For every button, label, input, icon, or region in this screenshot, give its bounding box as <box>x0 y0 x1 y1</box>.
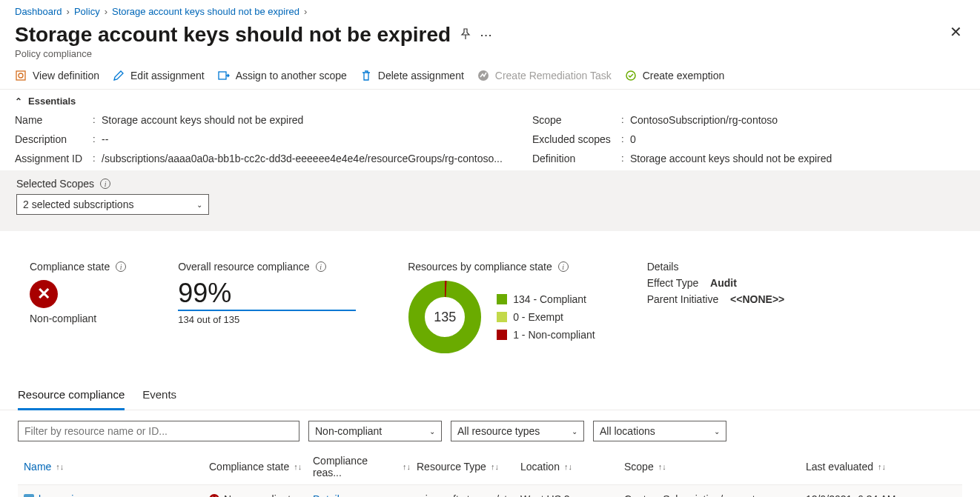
exemption-icon <box>625 70 637 81</box>
filter-search-input[interactable] <box>18 421 299 441</box>
row-last: 12/9/2021, 6:34 AM <box>800 493 926 498</box>
details-title: Details <box>647 261 785 273</box>
donut-center-value: 135 <box>408 280 482 354</box>
compliance-state-title: Compliance state <box>30 261 110 273</box>
assign-scope-button[interactable]: Assign to another scope <box>218 70 347 81</box>
sort-icon: ↑↓ <box>294 462 302 471</box>
col-name[interactable]: Name↑↓ <box>18 461 203 473</box>
breadcrumb: Dashboard › Policy › Storage account key… <box>0 0 980 20</box>
effect-type-value: Audit <box>710 277 737 289</box>
details-card: Details Effect Type Audit Parent Initiat… <box>647 261 785 305</box>
page-subtitle: Policy compliance <box>0 47 980 64</box>
filters-row: Non-compliant⌄ All resource types⌄ All l… <box>0 410 980 449</box>
essentials-heading: Essentials <box>28 96 76 107</box>
chevron-up-icon: ⌃ <box>15 96 22 107</box>
policy-icon <box>15 70 27 81</box>
sort-icon: ↑↓ <box>564 462 572 471</box>
overall-compliance-pct: 99% <box>178 278 231 308</box>
create-exemption-button[interactable]: Create exemption <box>625 70 725 81</box>
chevron-down-icon: ⌄ <box>714 427 720 436</box>
col-type[interactable]: Resource Type↑↓ <box>411 461 514 473</box>
col-reason[interactable]: Compliance reas...↑↓ <box>307 455 411 478</box>
location-filter-dropdown[interactable]: All locations⌄ <box>593 421 726 441</box>
toolbar: View definition Edit assignment Assign t… <box>0 64 980 90</box>
info-icon[interactable]: i <box>558 261 569 272</box>
parent-initiative-value: <<NONE>> <box>730 293 784 305</box>
essentials-panel: Name : Storage account keys should not b… <box>0 111 980 170</box>
chevron-down-icon: ⌄ <box>196 201 202 209</box>
ess-assignment-id-label: Assignment ID <box>15 153 93 164</box>
effect-type-label: Effect Type <box>647 277 699 289</box>
remediation-icon <box>477 70 489 81</box>
tool-label: Create exemption <box>643 70 725 81</box>
compliance-donut-chart: 135 <box>408 280 482 354</box>
col-last[interactable]: Last evaluated↑↓ <box>800 461 926 473</box>
resource-type-filter-dropdown[interactable]: All resource types⌄ <box>451 421 584 441</box>
view-definition-button[interactable]: View definition <box>15 70 99 81</box>
row-name-link[interactable]: keyexpiry <box>18 493 203 498</box>
sort-icon: ↑↓ <box>878 462 886 471</box>
col-scope[interactable]: Scope↑↓ <box>618 461 800 473</box>
page-title: Storage account keys should not be expir… <box>15 23 451 47</box>
pin-icon[interactable] <box>460 28 471 42</box>
tool-label: Delete assignment <box>378 70 464 81</box>
more-icon[interactable]: ··· <box>480 30 493 41</box>
sort-icon: ↑↓ <box>658 462 666 471</box>
ess-excluded-label: Excluded scopes <box>532 133 621 145</box>
delete-assignment-button[interactable]: Delete assignment <box>360 70 464 81</box>
non-compliant-dot-icon: ✕ <box>209 494 219 498</box>
sort-icon: ↑↓ <box>56 462 64 471</box>
sort-icon: ↑↓ <box>491 462 499 471</box>
ess-excluded-value: 0 <box>630 133 980 145</box>
row-reason-link[interactable]: Details <box>307 493 411 498</box>
breadcrumb-policy[interactable]: Policy <box>74 6 100 17</box>
ess-name-value: Storage account keys should not be expir… <box>102 114 503 126</box>
tab-events[interactable]: Events <box>142 384 176 410</box>
tab-resource-compliance[interactable]: Resource compliance <box>18 384 125 410</box>
col-compliance[interactable]: Compliance state↑↓ <box>203 461 307 473</box>
ess-definition-value: Storage account keys should not be expir… <box>630 153 980 164</box>
tabs: Resource compliance Events <box>0 361 980 410</box>
trash-icon <box>360 70 372 81</box>
ess-name-label: Name <box>15 114 93 126</box>
chevron-right-icon: › <box>304 6 307 17</box>
swatch-icon <box>497 312 507 322</box>
close-icon[interactable]: ✕ <box>950 23 965 41</box>
legend-compliant: 134 - Compliant <box>497 293 595 305</box>
overall-compliance-title: Overall resource compliance <box>178 261 309 273</box>
overall-compliance-sub: 134 out of 135 <box>178 314 356 325</box>
edit-assignment-button[interactable]: Edit assignment <box>113 70 205 81</box>
ess-assignment-id-value: /subscriptions/aaaa0a0a-bb1b-cc2c-dd3d-e… <box>102 153 503 164</box>
chevron-right-icon: › <box>105 6 107 17</box>
tool-label: Edit assignment <box>130 70 205 81</box>
sort-icon: ↑↓ <box>403 462 411 471</box>
ess-definition-label: Definition <box>532 153 621 164</box>
compliance-filter-dropdown[interactable]: Non-compliant⌄ <box>308 421 442 441</box>
selected-scopes-label: Selected Scopes <box>16 178 94 190</box>
breadcrumb-dashboard[interactable]: Dashboard <box>15 6 62 17</box>
row-scope: ContosoSubscription/rg-contoso <box>618 493 800 498</box>
info-icon[interactable]: i <box>116 261 126 272</box>
chevron-down-icon: ⌄ <box>572 427 577 436</box>
info-icon[interactable]: i <box>316 261 326 272</box>
compliance-table: Name↑↓ Compliance state↑↓ Compliance rea… <box>18 449 962 497</box>
non-compliant-icon: ✕ <box>30 280 58 308</box>
col-location[interactable]: Location↑↓ <box>514 461 618 473</box>
info-icon[interactable]: i <box>100 179 110 189</box>
row-actions-button[interactable]: ··· <box>926 491 948 497</box>
overall-compliance-card: Overall resource compliance i 99% 134 ou… <box>178 261 356 325</box>
breadcrumb-current[interactable]: Storage account keys should not be expir… <box>112 6 299 17</box>
svg-rect-2 <box>219 72 226 79</box>
parent-initiative-label: Parent Initiative <box>647 293 719 305</box>
chevron-right-icon: › <box>67 6 70 17</box>
selected-scopes-dropdown[interactable]: 2 selected subscriptions ⌄ <box>16 194 209 215</box>
svg-point-1 <box>19 73 23 78</box>
essentials-toggle[interactable]: ⌃ Essentials <box>0 90 980 111</box>
row-compliance: ✕Non-compliant <box>203 493 307 498</box>
chevron-down-icon: ⌄ <box>429 427 435 436</box>
ess-description-label: Description <box>15 133 93 145</box>
assign-icon <box>218 70 230 81</box>
svg-rect-0 <box>16 71 25 80</box>
compliance-state-value: Non-compliant <box>30 313 126 324</box>
tool-label: Create Remediation Task <box>495 70 612 81</box>
